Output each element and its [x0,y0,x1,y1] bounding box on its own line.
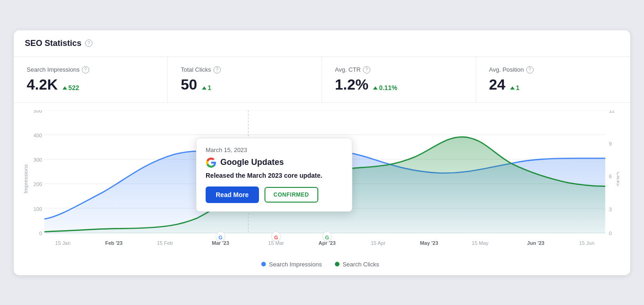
tooltip-title: Google Updates [220,158,284,167]
stat-cell-ctr: Avg. CTR ? 1.2% 0.11% [322,57,476,102]
svg-text:May '23: May '23 [420,240,438,246]
legend-item-impressions: Search Impressions [261,261,322,268]
legend-item-clicks: Search Clicks [335,261,379,268]
help-icon-clicks[interactable]: ? [213,66,221,73]
help-icon[interactable]: ? [85,40,92,47]
stat-label-ctr: Avg. CTR ? [335,66,463,73]
tooltip-popup: March 15, 2023 Google Updates Released t… [196,138,352,212]
svg-text:0: 0 [609,230,612,236]
stat-change-ctr: 0.11% [373,84,397,91]
svg-text:400: 400 [34,132,42,138]
svg-text:6: 6 [609,173,612,179]
help-icon-impressions[interactable]: ? [82,66,89,73]
stat-value-row-impressions: 4.2K 522 [27,76,155,93]
tooltip-description: Released the March 2023 core update. [206,172,343,179]
svg-text:15 Feb: 15 Feb [157,240,172,246]
svg-text:15 Apr: 15 Apr [371,240,385,246]
svg-text:15 Jan: 15 Jan [55,240,70,246]
stat-value-row-position: 24 1 [489,76,617,93]
stat-value-row-ctr: 1.2% 0.11% [335,76,463,93]
legend-label-impressions: Search Impressions [269,261,322,268]
svg-text:200: 200 [34,181,42,187]
help-icon-position[interactable]: ? [526,66,534,73]
stat-value-position: 24 [489,76,506,93]
svg-text:G: G [218,234,223,240]
legend-dot-clicks [335,262,339,266]
chart-container: 500 400 300 200 100 0 12 9 6 3 0 Impress… [14,103,630,275]
svg-text:3: 3 [609,206,612,212]
stat-cell-clicks: Total Clicks ? 50 1 [168,57,322,102]
svg-text:500: 500 [34,110,42,113]
help-icon-ctr[interactable]: ? [363,66,370,73]
svg-text:Clicks: Clicks [616,171,619,186]
stat-value-ctr: 1.2% [335,76,368,93]
stat-label-clicks: Total Clicks ? [181,66,309,73]
card-header: SEO Statistics ? [14,30,630,57]
stat-change-clicks: 1 [202,84,212,91]
svg-text:300: 300 [34,157,42,162]
svg-text:G: G [325,234,329,240]
stat-change-impressions: 522 [63,84,79,91]
confirmed-button[interactable]: CONFIRMED [264,187,318,203]
svg-text:Impressions: Impressions [23,164,29,193]
stat-cell-impressions: Search Impressions ? 4.2K 522 [14,57,168,102]
tooltip-title-row: Google Updates [206,157,343,168]
stats-row: Search Impressions ? 4.2K 522 Total Clic… [14,57,630,103]
stat-value-impressions: 4.2K [27,76,58,93]
seo-statistics-card: SEO Statistics ? Search Impressions ? 4.… [14,30,630,275]
tooltip-date: March 15, 2023 [206,147,343,153]
card-title: SEO Statistics [25,39,81,48]
svg-text:Jun '23: Jun '23 [527,240,545,246]
stat-change-position: 1 [510,84,520,91]
svg-text:15 May: 15 May [472,240,489,246]
chart-legend: Search Impressions Search Clicks [21,261,619,268]
stat-cell-position: Avg. Position ? 24 1 [476,57,630,102]
arrow-up-icon [63,86,67,90]
arrow-up-icon [510,86,515,90]
stat-value-clicks: 50 [181,76,197,93]
arrow-up-icon [373,86,378,90]
arrow-up-icon [202,86,207,90]
svg-text:G: G [274,234,278,240]
stat-label-position: Avg. Position ? [489,66,617,73]
svg-text:100: 100 [34,206,42,211]
legend-label-clicks: Search Clicks [343,261,379,268]
svg-text:Feb '23: Feb '23 [105,240,123,246]
stat-value-row-clicks: 50 1 [181,76,309,93]
chart-area: 500 400 300 200 100 0 12 9 6 3 0 Impress… [21,110,619,257]
google-logo-icon [206,157,217,168]
svg-text:0: 0 [39,230,42,236]
tooltip-actions: Read More CONFIRMED [206,186,343,203]
read-more-button[interactable]: Read More [206,186,259,203]
svg-text:12: 12 [609,110,615,113]
stat-label-impressions: Search Impressions ? [27,66,155,73]
svg-text:15 Jun: 15 Jun [579,240,594,246]
legend-dot-impressions [261,262,266,266]
svg-text:9: 9 [609,141,612,146]
